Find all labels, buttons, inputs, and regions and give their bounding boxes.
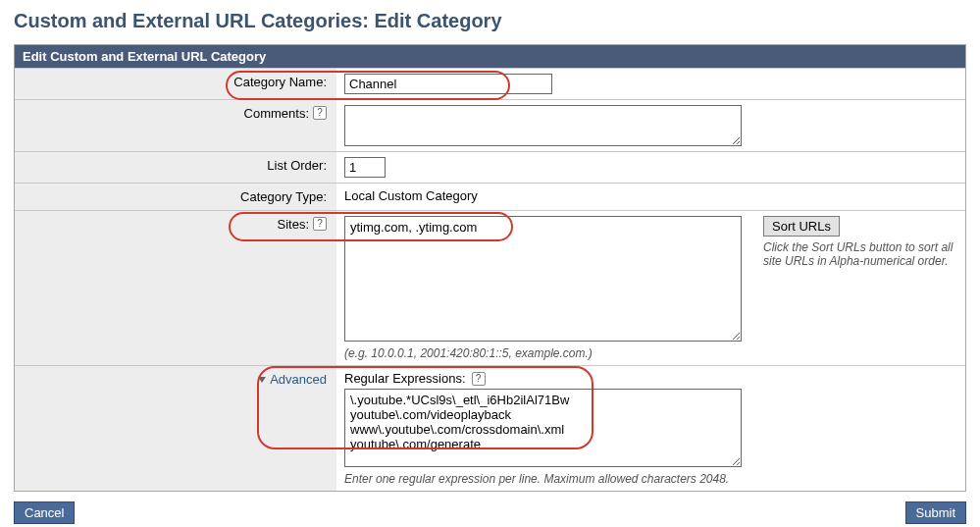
- submit-button[interactable]: Submit: [905, 501, 966, 524]
- advanced-toggle[interactable]: Advanced: [258, 372, 327, 387]
- help-icon[interactable]: ?: [472, 372, 486, 386]
- regex-label: Regular Expressions:: [344, 371, 466, 386]
- label-category-type: Category Type:: [240, 189, 327, 204]
- label-comments: Comments:: [244, 106, 309, 121]
- regex-textarea[interactable]: [344, 389, 742, 467]
- row-comments: Comments: ?: [15, 99, 965, 151]
- button-bar: Cancel Submit: [0, 492, 980, 527]
- row-category-type: Category Type: Local Custom Category: [15, 183, 965, 210]
- chevron-down-icon: [258, 377, 266, 383]
- sites-example-hint: (e.g. 10.0.0.1, 2001:420:80:1::5, exampl…: [344, 344, 751, 360]
- comments-textarea[interactable]: [344, 105, 742, 146]
- row-advanced: Advanced Regular Expressions: ? Enter on…: [15, 365, 965, 491]
- advanced-toggle-label: Advanced: [270, 372, 327, 387]
- panel-header: Edit Custom and External URL Category: [15, 45, 965, 68]
- category-name-input[interactable]: [344, 74, 552, 94]
- help-icon[interactable]: ?: [313, 106, 327, 120]
- cancel-button[interactable]: Cancel: [14, 501, 75, 524]
- page-title: Custom and External URL Categories: Edit…: [0, 0, 980, 40]
- edit-category-panel: Edit Custom and External URL Category Ca…: [14, 44, 966, 492]
- regex-hint: Enter one regular expression per line. M…: [344, 470, 957, 486]
- row-category-name: Category Name:: [15, 68, 965, 99]
- row-sites: Sites: ? (e.g. 10.0.0.1, 2001:420:80:1::…: [15, 210, 965, 365]
- row-list-order: List Order:: [15, 151, 965, 183]
- label-sites: Sites:: [277, 217, 309, 232]
- list-order-input[interactable]: [344, 157, 386, 178]
- sort-urls-help-text: Click the Sort URLs button to sort all s…: [763, 240, 957, 268]
- label-list-order: List Order:: [267, 158, 327, 173]
- help-icon[interactable]: ?: [313, 217, 327, 231]
- label-category-name: Category Name:: [233, 75, 327, 89]
- category-type-value: Local Custom Category: [344, 188, 478, 203]
- sort-urls-button[interactable]: Sort URLs: [763, 216, 840, 237]
- sites-textarea[interactable]: [344, 216, 742, 342]
